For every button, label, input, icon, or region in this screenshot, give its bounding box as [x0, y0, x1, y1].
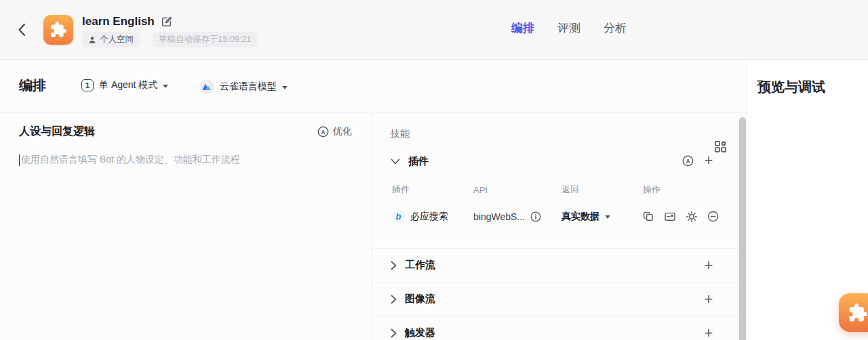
agent-mode-dropdown[interactable]: 1 单 Agent 模式: [81, 79, 168, 91]
trigger-label: 触发器: [405, 326, 435, 339]
persona-placeholder: 使用自然语言填写 Bot 的人物设定、功能和工作流程: [21, 154, 240, 166]
person-icon: [88, 36, 96, 44]
preview-panel-title: 预览与调试: [757, 78, 825, 96]
plugins-section-title: 插件: [408, 155, 429, 168]
optimize-button[interactable]: A 优化: [317, 125, 352, 137]
header-tabs: 编排 评测 分析: [511, 20, 627, 36]
bot-title: learn English: [82, 14, 155, 29]
toolbar-title: 编排: [19, 77, 46, 95]
return-mode-dropdown[interactable]: 真实数据: [561, 211, 643, 223]
card-settings-icon[interactable]: [664, 211, 676, 222]
return-mode-value: 真实数据: [561, 211, 599, 223]
edit-icon: [161, 16, 173, 28]
plugin-table: 插件 API 返回 操作 b 必应搜索 bingWebS...: [392, 184, 731, 223]
autosave-badge: 草稿自动保存于15:09:21: [153, 32, 257, 47]
tab-analyze[interactable]: 分析: [604, 20, 627, 36]
chevron-down-icon: [282, 86, 288, 89]
persona-textarea[interactable]: 使用自然语言填写 Bot 的人物设定、功能和工作流程: [19, 154, 240, 166]
imageflow-label: 图像流: [405, 293, 435, 305]
svg-text:A: A: [321, 128, 325, 135]
col-api: API: [473, 185, 561, 195]
puzzle-icon: [848, 303, 868, 323]
info-icon[interactable]: [530, 211, 541, 222]
plugin-table-header: 插件 API 返回 操作: [392, 184, 731, 196]
bing-icon: b: [392, 210, 405, 223]
workflow-label: 工作流: [405, 259, 435, 272]
persona-panel-title: 人设与回复逻辑: [19, 125, 95, 139]
add-trigger-button[interactable]: +: [703, 327, 715, 339]
model-logo-icon: [199, 79, 214, 94]
gear-icon[interactable]: [686, 211, 698, 223]
single-agent-icon: 1: [81, 79, 94, 91]
skill-sections: 工作流 + 图像流 + 触发器 +: [372, 248, 747, 340]
chevron-right-icon: [391, 328, 397, 338]
col-return: 返回: [561, 184, 643, 196]
skills-panel-title: 技能: [391, 128, 410, 140]
skills-panel: 技能 插件 A + 插件 API 返回 操作 b: [372, 113, 747, 340]
scrollbar-thumb[interactable]: [739, 117, 746, 340]
col-plugin: 插件: [392, 184, 473, 196]
tab-orchestrate[interactable]: 编排: [511, 20, 534, 36]
imageflow-section[interactable]: 图像流 +: [372, 282, 747, 316]
model-label: 云雀语言模型: [220, 81, 277, 93]
add-plugin-button[interactable]: +: [703, 154, 715, 167]
ai-circle-icon: A: [317, 126, 329, 137]
plugin-row: b 必应搜索 bingWebS... 真实数据: [392, 210, 731, 223]
chevron-down-icon: [605, 215, 610, 219]
model-dropdown[interactable]: 云雀语言模型: [199, 79, 288, 94]
ai-circle-icon[interactable]: A: [682, 155, 694, 167]
plugins-section-header[interactable]: 插件: [391, 155, 429, 168]
back-button[interactable]: [14, 22, 30, 38]
trigger-section[interactable]: 触发器 +: [372, 316, 747, 340]
chevron-left-icon: [18, 23, 26, 37]
optimize-label: 优化: [333, 125, 352, 137]
chevron-right-icon: [391, 295, 397, 304]
col-actions: 操作: [643, 184, 731, 196]
api-name: bingWebS...: [473, 211, 525, 222]
floating-bot-button[interactable]: [839, 293, 868, 332]
puzzle-icon: [50, 21, 67, 39]
workspace-badge[interactable]: 个人空间: [82, 32, 140, 47]
tab-evaluate[interactable]: 评测: [557, 20, 580, 36]
add-workflow-button[interactable]: +: [703, 259, 715, 272]
app-header: learn English 个人空间 草稿自动保存于15:09:21 编排 评测…: [0, 0, 868, 60]
workspace-label: 个人空间: [100, 34, 134, 45]
editor-toolbar: 编排 1 单 Agent 模式 云雀语言模型: [0, 60, 747, 112]
remove-circle-icon[interactable]: [707, 211, 719, 222]
agent-mode-label: 单 Agent 模式: [99, 79, 157, 91]
persona-panel: 人设与回复逻辑 A 优化 使用自然语言填写 Bot 的人物设定、功能和工作流程: [0, 113, 372, 340]
chevron-down-icon: [391, 158, 400, 165]
chevron-right-icon: [391, 261, 397, 270]
chevron-down-icon: [163, 85, 168, 88]
text-cursor: [19, 154, 20, 166]
add-imageflow-button[interactable]: +: [703, 293, 715, 305]
bot-avatar: [43, 15, 73, 45]
autosave-label: 草稿自动保存于15:09:21: [159, 34, 251, 45]
editor-area: 编排 1 单 Agent 模式 云雀语言模型: [0, 60, 747, 340]
edit-title-button[interactable]: [161, 16, 173, 28]
plugin-name: 必应搜索: [410, 211, 448, 223]
workflow-section[interactable]: 工作流 +: [372, 248, 747, 282]
copy-icon[interactable]: [643, 211, 654, 222]
svg-text:A: A: [686, 157, 690, 164]
